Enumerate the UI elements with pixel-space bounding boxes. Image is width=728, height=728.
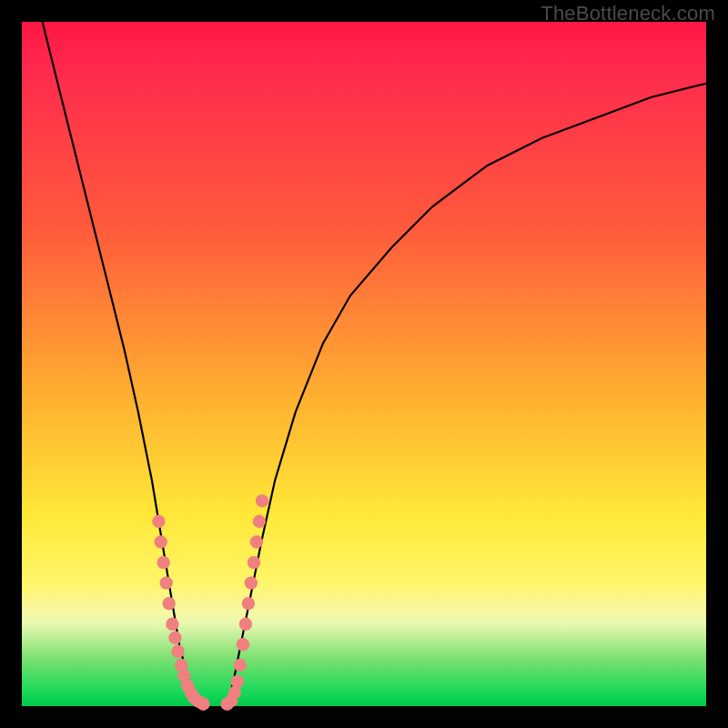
data-dot — [234, 659, 247, 672]
data-dot — [163, 597, 176, 610]
left-curve — [43, 22, 200, 706]
data-dot — [197, 698, 209, 711]
data-dot — [248, 556, 260, 569]
data-dot — [152, 515, 165, 528]
data-dot — [231, 675, 244, 688]
watermark-label: TheBottleneck.com — [541, 2, 715, 25]
data-dot — [250, 535, 263, 548]
data-dot — [155, 535, 167, 548]
chart-svg — [22, 22, 706, 706]
data-dot — [242, 597, 255, 610]
data-dot — [256, 494, 268, 507]
data-dot — [245, 576, 258, 589]
curve-group — [43, 22, 706, 706]
data-dot — [157, 556, 170, 569]
chart-frame: TheBottleneck.com — [0, 0, 728, 728]
data-dot — [237, 638, 249, 651]
data-dot — [166, 618, 178, 631]
data-dot — [168, 632, 181, 644]
data-dot — [253, 515, 266, 528]
data-dot — [239, 618, 252, 631]
dots-group — [152, 494, 268, 711]
data-dot — [171, 645, 184, 658]
data-dot — [160, 576, 173, 589]
plot-area — [22, 22, 706, 706]
data-dot — [228, 686, 241, 699]
right-curve — [228, 84, 706, 706]
